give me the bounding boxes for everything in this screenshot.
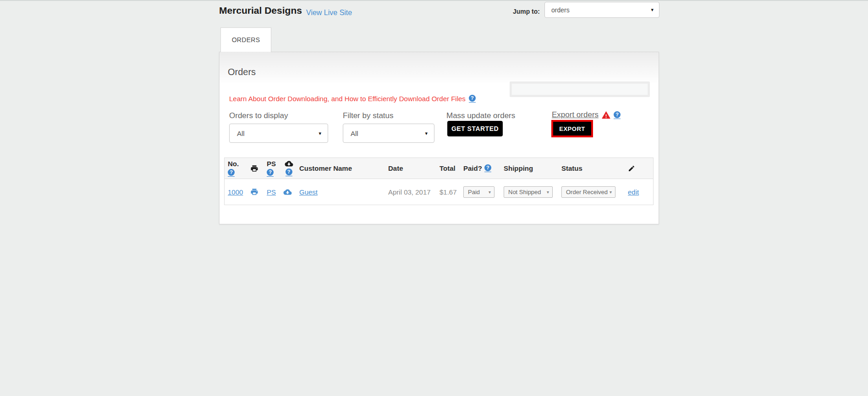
col-header-status: Status — [561, 164, 628, 172]
cloud-download-icon — [285, 160, 293, 167]
panel-search-box[interactable] — [510, 81, 650, 97]
page-title: Orders — [228, 67, 256, 77]
order-status-cell: Order Received ▾ — [561, 186, 628, 198]
get-started-button-label: GET STARTED — [451, 125, 499, 132]
filter-by-status-select[interactable]: All ▾ — [343, 124, 434, 143]
col-header-total: Total — [439, 164, 463, 172]
printer-icon[interactable] — [250, 188, 258, 196]
printer-icon — [250, 164, 258, 173]
store-name-title: Mercurial Designs — [219, 5, 302, 16]
paid-selected-value: Paid — [468, 189, 480, 195]
customer-link[interactable]: Guest — [299, 188, 318, 196]
panel-search-input[interactable] — [511, 83, 648, 95]
get-started-button[interactable]: GET STARTED — [447, 121, 503, 136]
edit-order-link[interactable]: edit — [628, 188, 639, 196]
paid-select[interactable]: Paid ▾ — [463, 186, 494, 198]
tab-seam — [221, 52, 271, 52]
col-header-date: Date — [388, 164, 439, 172]
chevron-down-icon: ▾ — [425, 130, 428, 136]
order-edit-cell: edit — [628, 188, 653, 196]
panel-header-gradient — [220, 52, 659, 84]
order-no-cell: 1000 — [228, 188, 250, 196]
help-icon: ? — [286, 168, 292, 175]
order-print-cell — [250, 188, 267, 196]
export-button[interactable]: EXPORT — [551, 120, 593, 137]
help-icon: ? — [484, 164, 491, 171]
jump-to-label: Jump to: — [504, 8, 540, 15]
packing-slip-link[interactable]: PS — [267, 188, 276, 196]
col-header-print — [250, 164, 267, 173]
mass-update-orders-label: Mass update orders — [446, 111, 515, 120]
orders-to-display-label: Orders to display — [229, 111, 288, 120]
order-row: 1000 PS Guest April 03, 2017 $1.67 Paid … — [225, 179, 653, 205]
order-downloading-help-link[interactable]: Learn About Order Downloading, and How t… — [229, 95, 466, 103]
col-header-download: ? — [283, 160, 294, 176]
order-download-cell — [283, 189, 299, 195]
download-help-icon-link[interactable]: ? — [286, 168, 292, 176]
chevron-down-icon: ▾ — [319, 130, 321, 136]
export-button-label: EXPORT — [559, 125, 585, 132]
jump-to-selected-value: orders — [551, 6, 570, 14]
col-header-shipping: Shipping — [504, 164, 561, 172]
order-downloading-help-row: Learn About Order Downloading, and How t… — [229, 95, 476, 103]
col-header-no: No. ? — [228, 160, 250, 177]
col-header-paid: Paid? ? — [463, 164, 504, 172]
col-header-edit — [628, 165, 653, 172]
filter-by-status-value: All — [351, 130, 358, 137]
order-paid-cell: Paid ▾ — [463, 186, 504, 198]
order-ps-cell: PS — [267, 188, 283, 196]
col-header-customer: Customer Name — [299, 164, 388, 172]
order-date: April 03, 2017 — [388, 188, 439, 196]
order-shipping-cell: Not Shipped ▾ — [504, 186, 561, 198]
col-header-ps: PS ? — [267, 160, 283, 177]
order-customer-cell: Guest — [299, 188, 388, 196]
shipping-selected-value: Not Shipped — [508, 189, 541, 195]
order-downloading-help-icon-link[interactable]: ? — [469, 95, 476, 103]
chevron-down-icon: ▾ — [489, 190, 491, 195]
shipping-select[interactable]: Not Shipped ▾ — [504, 186, 553, 198]
cloud-download-icon[interactable] — [283, 189, 292, 195]
order-no-link[interactable]: 1000 — [228, 188, 243, 196]
status-select[interactable]: Order Received ▾ — [561, 186, 615, 198]
export-orders-link[interactable]: Export orders — [552, 110, 599, 119]
export-orders-help-icon-link[interactable]: ? — [614, 111, 621, 119]
chevron-down-icon: ▾ — [547, 190, 549, 195]
help-icon: ? — [614, 111, 621, 118]
orders-to-display-select[interactable]: All ▾ — [229, 124, 328, 143]
help-icon: ? — [469, 95, 476, 102]
pencil-icon — [628, 165, 635, 172]
tab-orders-label: ORDERS — [232, 36, 260, 43]
chevron-down-icon: ▾ — [610, 190, 612, 195]
order-no-help-icon-link[interactable]: ? — [228, 169, 235, 177]
orders-table-header-row: No. ? PS ? ? Customer Name Date Total Pa… — [225, 158, 653, 179]
chevron-down-icon: ▾ — [651, 7, 654, 13]
orders-to-display-value: All — [237, 130, 245, 137]
order-total: $1.67 — [439, 188, 463, 196]
filter-by-status-label: Filter by status — [343, 111, 394, 120]
export-orders-label-row: Export orders ? — [552, 110, 621, 119]
jump-to-select[interactable]: orders ▾ — [544, 2, 659, 18]
warning-icon — [602, 111, 610, 119]
status-selected-value: Order Received — [566, 189, 608, 195]
top-divider — [0, 0, 868, 1]
view-live-site-link[interactable]: View Live Site — [306, 9, 352, 17]
help-icon: ? — [267, 169, 274, 176]
tab-orders[interactable]: ORDERS — [220, 27, 271, 52]
help-icon: ? — [228, 169, 235, 176]
paid-help-icon-link[interactable]: ? — [484, 164, 491, 172]
orders-table: No. ? PS ? ? Customer Name Date Total Pa… — [224, 157, 654, 205]
ps-help-icon-link[interactable]: ? — [267, 169, 274, 177]
